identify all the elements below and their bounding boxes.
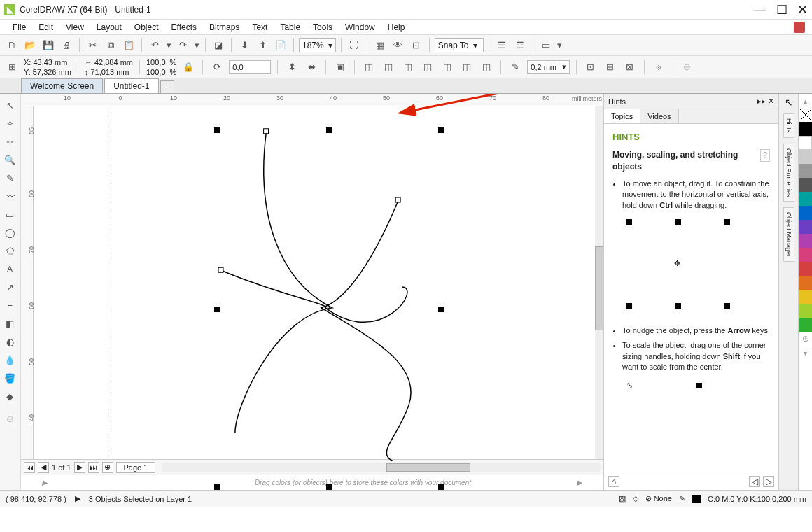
publish-pdf-icon[interactable]: 📄 [273, 38, 288, 53]
connector-tool[interactable]: ⌐ [1, 297, 18, 314]
ruler-vertical[interactable]: 85 80 70 60 50 40 [21, 106, 34, 459]
boundary-icon[interactable]: ◫ [479, 59, 494, 75]
document-palette[interactable]: ▶ Drag colors (or objects) here to store… [21, 475, 603, 490]
docker-tab-object-properties[interactable]: Object Properties [783, 144, 794, 202]
new-icon[interactable]: 🗋 [4, 38, 20, 53]
maximize-button[interactable]: ☐ [776, 2, 788, 18]
redo-icon[interactable]: ↷ [175, 38, 190, 53]
interactive-fill-tool[interactable]: ◆ [1, 388, 18, 405]
artistic-media-tool[interactable]: 〰 [1, 188, 18, 204]
hints-forward-button[interactable]: ▷ [763, 476, 774, 487]
docker-tab-hints[interactable]: Hints [783, 113, 794, 138]
dimension-tool[interactable]: ↗ [1, 279, 18, 295]
convert-curves-icon[interactable]: ⟐ [651, 59, 666, 75]
play-icon[interactable]: ▶ [75, 494, 80, 503]
ruler-horizontal[interactable]: millimeters 10 0 10 20 30 40 50 60 70 80 [21, 94, 603, 106]
menu-bitmaps[interactable]: Bitmaps [204, 21, 245, 34]
align-icon[interactable]: ⊞ [603, 59, 618, 75]
palette-swatch[interactable] [799, 318, 812, 332]
undo-icon[interactable]: ↶ [147, 38, 162, 53]
menu-window[interactable]: Window [340, 21, 381, 34]
fill-indicator-icon[interactable]: ▧ [619, 494, 626, 503]
options2-icon[interactable]: ☲ [512, 38, 528, 53]
page-last-button[interactable]: ⏭ [88, 462, 99, 473]
outline-width[interactable]: 0,2 mm▾ [527, 60, 570, 74]
selection-handle[interactable] [326, 484, 332, 490]
palette-add-icon[interactable]: ⊕ [799, 332, 812, 346]
menu-help[interactable]: Help [382, 21, 411, 34]
palette-swatch[interactable] [799, 192, 812, 206]
palette-swatch[interactable] [799, 220, 812, 234]
minimize-button[interactable]: — [754, 2, 766, 18]
menu-tools[interactable]: Tools [307, 21, 338, 34]
selection-handle[interactable] [326, 127, 332, 133]
save-icon[interactable]: 💾 [41, 38, 56, 53]
lock-ratio-icon[interactable]: 🔒 [181, 59, 196, 75]
ellipse-tool[interactable]: ◯ [1, 224, 18, 241]
redo-dropdown[interactable]: ▾ [193, 38, 200, 53]
freehand-tool[interactable]: ✎ [1, 169, 18, 186]
menu-text[interactable]: Text [246, 21, 273, 34]
hints-home-button[interactable]: ⌂ [608, 476, 620, 487]
tab-welcome[interactable]: Welcome Screen [21, 78, 103, 93]
selection-handle[interactable] [214, 127, 220, 133]
launch-dropdown[interactable]: ▾ [556, 38, 564, 53]
hints-help-button-icon[interactable]: ? [760, 149, 770, 161]
trim-icon[interactable]: ◫ [381, 59, 396, 75]
add-page-button[interactable]: ⊕ [102, 462, 113, 473]
import-icon[interactable]: ⬇ [237, 38, 252, 53]
options-icon[interactable]: ☰ [494, 38, 510, 53]
palette-swatch[interactable] [799, 178, 812, 192]
back-minus-front-icon[interactable]: ◫ [459, 59, 475, 75]
selection-handle[interactable] [438, 307, 444, 312]
order-icon[interactable]: ⊠ [622, 59, 638, 75]
selection-handle[interactable] [214, 307, 220, 312]
to-front-icon[interactable]: ▣ [332, 59, 348, 75]
palette-none[interactable] [799, 108, 812, 122]
cut-icon[interactable]: ✂ [85, 38, 100, 53]
crop-tool[interactable]: ⊹ [1, 133, 18, 150]
selection-handle[interactable] [438, 484, 444, 490]
page-first-button[interactable]: ⏮ [24, 462, 35, 473]
fullscreen-icon[interactable]: ⛶ [346, 38, 362, 53]
launch-icon[interactable]: ▭ [538, 38, 554, 53]
search-content-icon[interactable]: ◪ [211, 38, 226, 53]
palette-swatch[interactable] [799, 262, 812, 276]
docker-tab-object-manager[interactable]: Object Manager [783, 207, 794, 262]
show-guides-icon[interactable]: ⊡ [409, 38, 424, 53]
wrap-text-icon[interactable]: ⊡ [583, 59, 598, 75]
hints-tab-topics[interactable]: Topics [604, 109, 640, 123]
zoom-tool[interactable]: 🔍 [1, 151, 18, 168]
close-button[interactable]: ✕ [797, 2, 808, 18]
page-tab[interactable]: Page 1 [116, 462, 156, 473]
menu-view[interactable]: View [60, 21, 90, 34]
polygon-tool[interactable]: ⬠ [1, 242, 18, 259]
menu-object[interactable]: Object [129, 21, 164, 34]
hints-back-button[interactable]: ◁ [749, 476, 760, 487]
palette-swatch[interactable] [799, 290, 812, 304]
toolbox-add-icon[interactable]: ⊕ [1, 410, 18, 427]
selection-handle[interactable] [214, 484, 220, 490]
transparency-tool[interactable]: ◐ [1, 333, 18, 350]
pick-tool[interactable]: ↖ [1, 97, 18, 113]
undo-dropdown[interactable]: ▾ [165, 38, 172, 53]
palette-swatch[interactable] [799, 136, 812, 150]
show-rulers-icon[interactable]: ▦ [372, 38, 388, 53]
eyedropper-tool[interactable]: 💧 [1, 351, 18, 368]
horizontal-scrollbar[interactable] [162, 463, 601, 472]
snap-to-dropdown[interactable]: Snap To▾ [435, 38, 484, 52]
drop-shadow-tool[interactable]: ◧ [1, 315, 18, 332]
simplify-icon[interactable]: ◫ [420, 59, 435, 75]
palette-swatch[interactable] [799, 122, 812, 136]
palette-swatch[interactable] [799, 206, 812, 220]
open-icon[interactable]: 📂 [22, 38, 38, 53]
print-icon[interactable]: 🖨 [59, 38, 74, 53]
palette-swatch[interactable] [799, 234, 812, 248]
tab-document[interactable]: Untitled-1 [104, 78, 158, 93]
hints-tab-videos[interactable]: Videos [640, 109, 678, 123]
selection-center-icon[interactable]: × [326, 304, 331, 314]
menu-layout[interactable]: Layout [91, 21, 127, 34]
palette-swatch[interactable] [799, 276, 812, 290]
page-next-button[interactable]: ▶ [74, 462, 85, 473]
user-icon[interactable] [794, 22, 805, 33]
